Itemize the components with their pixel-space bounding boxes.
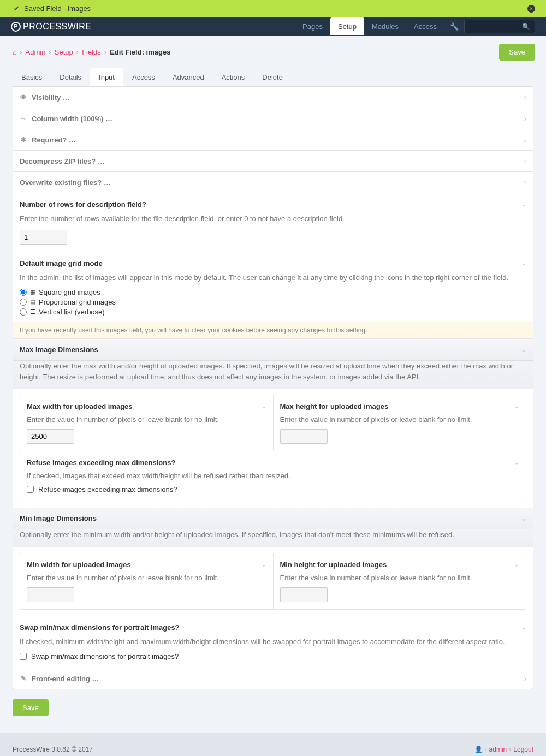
breadcrumb-admin[interactable]: Admin xyxy=(26,48,46,56)
nav-access[interactable]: Access xyxy=(406,17,444,35)
field-max-width: ⌄ Max width for uploaded images Enter th… xyxy=(20,395,274,451)
row-overwrite[interactable]: Overwrite existing files? … › xyxy=(13,172,533,193)
section-title: Swap min/max dimensions for portrait ima… xyxy=(20,623,526,632)
chevron-down-icon[interactable]: ⌄ xyxy=(514,459,519,466)
home-icon[interactable]: ⌂ xyxy=(13,49,16,56)
section-swap: ⌄ Swap min/max dimensions for portrait i… xyxy=(13,616,533,669)
swap-checkbox-row[interactable]: Swap min/max dimensions for portrait ima… xyxy=(20,652,526,660)
min-width-input[interactable] xyxy=(27,587,74,602)
min-height-input[interactable] xyxy=(280,587,328,602)
radio-vertical-list[interactable]: ☰ Vertical list (verbose) xyxy=(20,308,526,316)
eye-icon: 👁 xyxy=(20,93,27,101)
chevron-right-icon: › xyxy=(20,48,22,56)
tab-basics[interactable]: Basics xyxy=(13,68,51,86)
user-icon: 👤 xyxy=(474,746,483,753)
chevron-right-icon: › xyxy=(524,135,526,144)
notice-bar: ✔ Saved Field - images ✕ xyxy=(0,0,546,17)
notice-text: Saved Field - images xyxy=(24,4,91,13)
grid-icon: ▦ xyxy=(30,289,35,296)
nav-modules[interactable]: Modules xyxy=(364,17,406,35)
fieldset-title: Min Image Dimensions xyxy=(20,514,97,522)
save-button[interactable]: Save xyxy=(499,44,535,61)
fieldset-desc: Optionally enter the max width and/or he… xyxy=(13,361,533,389)
fieldset-min-dimensions: Min Image Dimensions ⌄ Optionally enter … xyxy=(13,508,533,616)
chevron-down-icon[interactable]: ⌄ xyxy=(521,259,526,267)
field-min-width: ⌄ Min width for uploaded images Enter th… xyxy=(20,553,274,609)
chevron-right-icon: › xyxy=(524,114,526,123)
footer-logout[interactable]: Logout xyxy=(513,746,533,753)
field-refuse-max: ⌄ Refuse images exceeding max dimensions… xyxy=(20,451,526,501)
description-rows-input[interactable] xyxy=(20,230,67,245)
close-icon[interactable]: ✕ xyxy=(527,5,535,13)
breadcrumb-setup[interactable]: Setup xyxy=(55,48,73,56)
chevron-down-icon[interactable]: ⌄ xyxy=(521,623,526,631)
chevron-down-icon[interactable]: ⌄ xyxy=(521,346,526,354)
section-desc: If checked, minimum width/height and max… xyxy=(20,636,526,647)
section-title: Default image grid mode xyxy=(20,259,526,267)
tab-actions[interactable]: Actions xyxy=(213,68,254,86)
tab-advanced[interactable]: Advanced xyxy=(164,68,213,86)
tab-delete[interactable]: Delete xyxy=(253,68,292,86)
chevron-right-icon: › xyxy=(524,93,526,102)
max-width-input[interactable] xyxy=(27,429,74,444)
chevron-right-icon: › xyxy=(524,674,526,683)
nav-pages[interactable]: Pages xyxy=(295,17,330,35)
search-input[interactable] xyxy=(467,22,522,31)
row-column-width[interactable]: ↔Column width (100%) … › xyxy=(13,108,533,129)
arrows-h-icon: ↔ xyxy=(20,115,27,122)
logo[interactable]: P PROCESSWIRE xyxy=(11,22,92,32)
chevron-down-icon[interactable]: ⌄ xyxy=(514,561,519,568)
fieldset-desc: Optionally enter the minimum width and/o… xyxy=(13,529,533,547)
chevron-down-icon[interactable]: ⌄ xyxy=(514,402,519,410)
chevron-right-icon: › xyxy=(524,157,526,165)
breadcrumb-bar: ⌂ › Admin › Setup › Fields › Edit Field:… xyxy=(0,36,546,68)
grid-icon: ▤ xyxy=(30,299,35,306)
topbar: P PROCESSWIRE Pages Setup Modules Access… xyxy=(0,17,546,36)
save-button-bottom[interactable]: Save xyxy=(13,699,49,716)
refuse-checkbox-row[interactable]: Refuse images exceeding max dimensions? xyxy=(27,485,519,493)
breadcrumb-current: Edit Field: images xyxy=(110,48,170,56)
footer-version: ProcessWire 3.0.62 © 2017 xyxy=(13,746,93,753)
chevron-down-icon[interactable]: ⌄ xyxy=(521,200,526,208)
tab-details[interactable]: Details xyxy=(51,68,90,86)
fieldset-max-dimensions: Max Image Dimensions ⌄ Optionally enter … xyxy=(13,339,533,508)
fieldset-title: Max Image Dimensions xyxy=(20,346,98,354)
breadcrumb: ⌂ › Admin › Setup › Fields › Edit Field:… xyxy=(13,48,170,56)
chevron-down-icon[interactable]: ⌄ xyxy=(261,561,266,568)
section-desc: In the admin, the list of images will ap… xyxy=(20,272,526,283)
logo-icon: P xyxy=(11,22,21,32)
check-icon: ✔ xyxy=(14,4,20,13)
nav-setup[interactable]: Setup xyxy=(330,17,364,35)
chevron-right-icon: › xyxy=(104,48,106,56)
edit-icon: ✎ xyxy=(20,675,27,682)
section-grid-mode: ⌄ Default image grid mode In the admin, … xyxy=(13,252,533,340)
radio-proportional-grid[interactable]: ▤ Proportional grid images xyxy=(20,298,526,306)
search-box[interactable]: 🔍 xyxy=(464,20,535,33)
radio-square-grid[interactable]: ▦ Square grid images xyxy=(20,288,526,296)
content-panel: 👁Visibility … › ↔Column width (100%) … ›… xyxy=(13,86,533,689)
wrench-icon[interactable]: 🔧 xyxy=(444,22,464,31)
footer-user[interactable]: admin xyxy=(489,746,507,753)
tab-input[interactable]: Input xyxy=(90,68,123,86)
warning-note: If you have recently used this images fi… xyxy=(13,322,533,338)
section-title: Number of rows for description field? xyxy=(20,200,526,209)
section-desc: Enter the number of rows available for t… xyxy=(20,213,526,224)
max-height-input[interactable] xyxy=(280,429,328,444)
chevron-down-icon[interactable]: ⌄ xyxy=(521,515,526,522)
tabs: Basics Details Input Access Advanced Act… xyxy=(0,68,546,86)
list-icon: ☰ xyxy=(30,308,35,316)
row-decompress-zip[interactable]: Decompress ZIP files? … › xyxy=(13,151,533,172)
refuse-checkbox[interactable] xyxy=(27,486,34,493)
section-description-rows: ⌄ Number of rows for description field? … xyxy=(13,193,533,252)
swap-checkbox[interactable] xyxy=(20,653,27,660)
chevron-down-icon[interactable]: ⌄ xyxy=(261,402,266,410)
row-frontend-editing[interactable]: ✎Front-end editing … › xyxy=(13,668,533,689)
row-required[interactable]: ✱Required? … › xyxy=(13,129,533,151)
chevron-right-icon: › xyxy=(49,48,51,56)
chevron-right-icon: › xyxy=(76,48,79,56)
tab-access[interactable]: Access xyxy=(123,68,164,86)
row-visibility[interactable]: 👁Visibility … › xyxy=(13,87,533,108)
asterisk-icon: ✱ xyxy=(20,136,27,144)
breadcrumb-fields[interactable]: Fields xyxy=(82,48,101,56)
chevron-right-icon: › xyxy=(524,178,526,187)
